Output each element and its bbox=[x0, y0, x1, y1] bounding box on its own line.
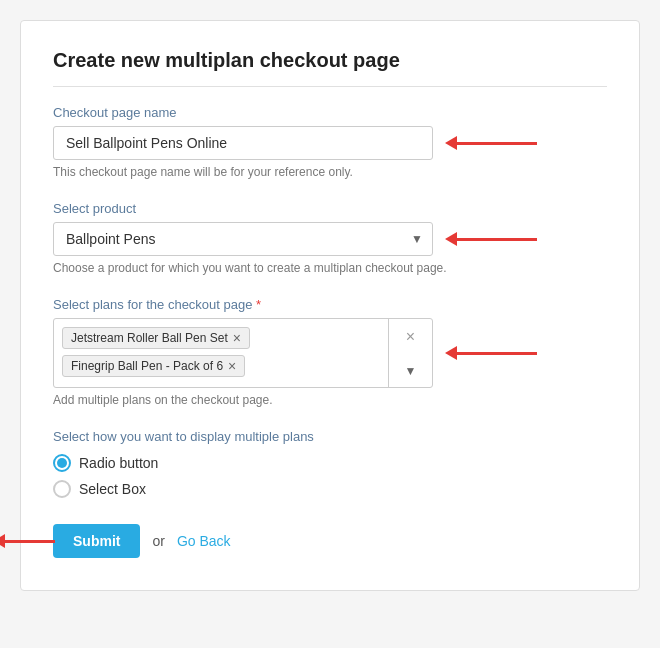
submit-button[interactable]: Submit bbox=[53, 524, 140, 558]
arrow-indicator-name bbox=[445, 136, 537, 150]
product-label: Select product bbox=[53, 201, 607, 216]
checkout-name-label: Checkout page name bbox=[53, 105, 607, 120]
plan-tag-1-remove[interactable]: × bbox=[233, 331, 241, 345]
radio-inner-selected bbox=[57, 458, 67, 468]
plans-group: Select plans for the checkout page * Jet… bbox=[53, 297, 607, 407]
arrow-line-2 bbox=[457, 238, 537, 241]
checkout-name-hint: This checkout page name will be for your… bbox=[53, 165, 607, 179]
radio-button-label: Radio button bbox=[79, 455, 158, 471]
plan-tag-2-remove[interactable]: × bbox=[228, 359, 236, 373]
plan-tag-1-label: Jetstream Roller Ball Pen Set bbox=[71, 331, 228, 345]
plans-clear-button[interactable]: × bbox=[402, 325, 419, 349]
form-footer: Submit or Go Back bbox=[53, 524, 607, 558]
arrow-line-3 bbox=[457, 352, 537, 355]
plans-dropdown-button[interactable]: ▼ bbox=[401, 360, 421, 382]
display-options-group: Select how you want to display multiple … bbox=[53, 429, 607, 498]
plan-tag-1: Jetstream Roller Ball Pen Set × bbox=[62, 327, 250, 349]
product-group: Select product Ballpoint Pens Other Prod… bbox=[53, 201, 607, 275]
display-options-label: Select how you want to display multiple … bbox=[53, 429, 607, 444]
arrow-head-icon-2 bbox=[445, 232, 457, 246]
plans-box-controls: × ▼ bbox=[388, 319, 432, 387]
radio-option-select-box[interactable]: Select Box bbox=[53, 480, 607, 498]
checkout-name-group: Checkout page name This checkout page na… bbox=[53, 105, 607, 179]
radio-option-radio-button[interactable]: Radio button bbox=[53, 454, 607, 472]
product-row: Ballpoint Pens Other Product ▼ bbox=[53, 222, 607, 256]
product-select-wrapper: Ballpoint Pens Other Product ▼ bbox=[53, 222, 433, 256]
arrow-indicator-product bbox=[445, 232, 537, 246]
radio-button-radio[interactable] bbox=[53, 454, 71, 472]
arrow-head-icon-3 bbox=[445, 346, 457, 360]
checkout-form-card: Create new multiplan checkout page Check… bbox=[20, 20, 640, 591]
page-title: Create new multiplan checkout page bbox=[53, 49, 607, 87]
go-back-link[interactable]: Go Back bbox=[177, 533, 231, 549]
arrow-indicator-plans bbox=[445, 346, 537, 360]
arrow-line bbox=[457, 142, 537, 145]
checkout-name-input[interactable] bbox=[53, 126, 433, 160]
plan-tag-2-label: Finegrip Ball Pen - Pack of 6 bbox=[71, 359, 223, 373]
radio-select-box[interactable] bbox=[53, 480, 71, 498]
plans-box[interactable]: Jetstream Roller Ball Pen Set × Finegrip… bbox=[53, 318, 433, 388]
plans-label: Select plans for the checkout page * bbox=[53, 297, 607, 312]
or-text: or bbox=[152, 533, 164, 549]
plans-row: Jetstream Roller Ball Pen Set × Finegrip… bbox=[53, 318, 607, 388]
plan-tag-2: Finegrip Ball Pen - Pack of 6 × bbox=[62, 355, 245, 377]
product-hint: Choose a product for which you want to c… bbox=[53, 261, 607, 275]
plans-hint: Add multiple plans on the checkout page. bbox=[53, 393, 607, 407]
arrow-indicator-submit bbox=[0, 534, 55, 548]
required-star: * bbox=[256, 297, 261, 312]
checkout-name-row bbox=[53, 126, 607, 160]
select-box-label: Select Box bbox=[79, 481, 146, 497]
arrow-head-icon bbox=[445, 136, 457, 150]
product-select[interactable]: Ballpoint Pens Other Product bbox=[53, 222, 433, 256]
arrow-line-4 bbox=[5, 540, 55, 543]
